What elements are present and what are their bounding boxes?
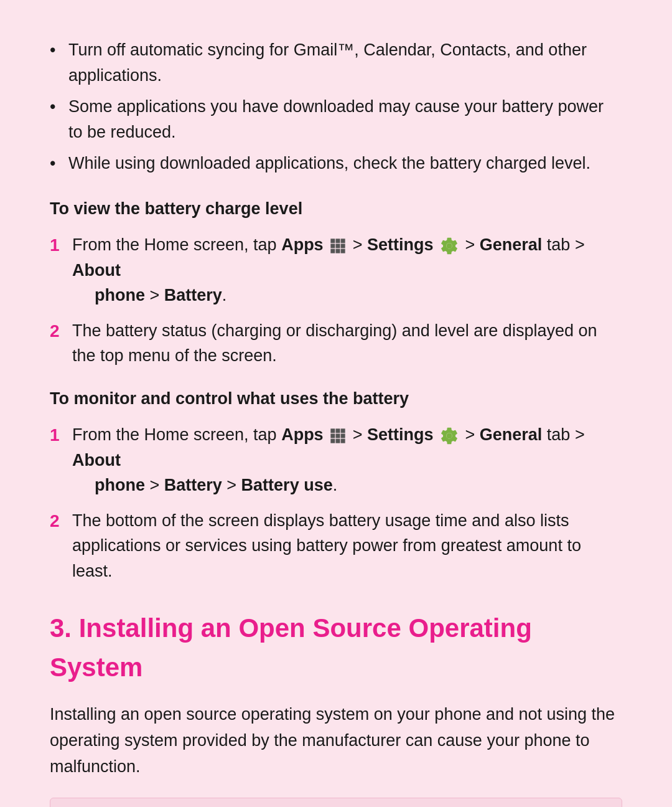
svg-rect-1 bbox=[336, 238, 340, 243]
section2-heading: To monitor and control what uses the bat… bbox=[50, 386, 622, 412]
section1-step1: 1 From the Home screen, tap Apps > Setti… bbox=[50, 232, 622, 308]
step2-number: 2 bbox=[50, 318, 72, 344]
step1-about-label: About bbox=[72, 261, 121, 280]
step1-text: From the Home screen, tap Apps > Setting… bbox=[72, 232, 622, 308]
svg-rect-6 bbox=[330, 249, 335, 253]
step1-phone-label: phone > Battery. bbox=[72, 286, 226, 304]
top-bullet-list: Turn off automatic syncing for Gmail™, C… bbox=[50, 37, 622, 176]
section1-steps: 1 From the Home screen, tap Apps > Setti… bbox=[50, 232, 622, 369]
step1-number: 1 bbox=[50, 232, 72, 258]
section2-step2: 2 The bottom of the screen displays batt… bbox=[50, 508, 622, 584]
svg-rect-2 bbox=[341, 238, 345, 243]
chapter-title: 3. Installing an Open Source Operating S… bbox=[50, 608, 622, 687]
bullet-item-2: Some applications you have downloaded ma… bbox=[50, 94, 622, 144]
apps-icon-2 bbox=[329, 427, 347, 445]
svg-rect-14 bbox=[336, 433, 340, 438]
section1-heading: To view the battery charge level bbox=[50, 196, 622, 222]
svg-rect-12 bbox=[341, 428, 345, 433]
svg-rect-15 bbox=[341, 433, 345, 438]
step1-prefix: From the Home screen, tap bbox=[72, 235, 281, 254]
svg-rect-18 bbox=[341, 439, 345, 443]
settings-icon-1 bbox=[439, 236, 459, 256]
step1-middle: tab > bbox=[542, 235, 584, 254]
step1-arrow2: > bbox=[465, 235, 480, 254]
svg-rect-0 bbox=[330, 238, 335, 243]
svg-rect-16 bbox=[330, 439, 335, 443]
bullet-item-3: While using downloaded applications, che… bbox=[50, 151, 622, 176]
s2-general: General bbox=[480, 425, 543, 444]
section1-step2: 2 The battery status (charging or discha… bbox=[50, 318, 622, 369]
svg-rect-13 bbox=[330, 433, 335, 438]
s2-step1-apps: Apps bbox=[281, 425, 324, 444]
svg-rect-8 bbox=[341, 249, 345, 253]
svg-rect-3 bbox=[330, 243, 335, 248]
s2-middle: tab > bbox=[542, 425, 584, 444]
svg-point-9 bbox=[446, 243, 452, 248]
s2-settings: Settings bbox=[367, 425, 434, 444]
s2-arrow1: > bbox=[353, 425, 367, 444]
step1-arrow1: > bbox=[353, 235, 367, 254]
step2-text: The battery status (charging or discharg… bbox=[72, 318, 622, 369]
step1-settings-label: Settings bbox=[367, 235, 434, 254]
step1-apps-label: Apps bbox=[281, 235, 324, 254]
svg-rect-10 bbox=[330, 428, 335, 433]
svg-rect-4 bbox=[336, 243, 340, 248]
svg-point-19 bbox=[446, 433, 452, 438]
s2-arrow2: > bbox=[465, 425, 480, 444]
bullet-item-1: Turn off automatic syncing for Gmail™, C… bbox=[50, 37, 622, 88]
s2-about: About bbox=[72, 451, 121, 470]
settings-icon-2 bbox=[439, 426, 459, 446]
chapter-number: 3. bbox=[50, 613, 72, 643]
s2-step1-prefix: From the Home screen, tap bbox=[72, 425, 281, 444]
apps-icon bbox=[329, 237, 347, 255]
section2-step1: 1 From the Home screen, tap Apps > Setti… bbox=[50, 422, 622, 498]
step1-general-label: General bbox=[480, 235, 543, 254]
svg-rect-17 bbox=[336, 439, 340, 443]
s2-step2-number: 2 bbox=[50, 508, 72, 534]
s2-step1-number: 1 bbox=[50, 422, 72, 448]
s2-step1-rest: phone > Battery > Battery use. bbox=[72, 476, 337, 494]
s2-step1-text: From the Home screen, tap Apps > Setting… bbox=[72, 422, 622, 498]
warning-box: Warning! If you install and use an OS ot… bbox=[50, 798, 622, 807]
intro-paragraph: Installing an open source operating syst… bbox=[50, 702, 622, 780]
svg-rect-5 bbox=[341, 243, 345, 248]
section2-steps: 1 From the Home screen, tap Apps > Setti… bbox=[50, 422, 622, 583]
svg-rect-7 bbox=[336, 249, 340, 253]
s2-step2-text: The bottom of the screen displays batter… bbox=[72, 508, 622, 584]
svg-rect-11 bbox=[336, 428, 340, 433]
